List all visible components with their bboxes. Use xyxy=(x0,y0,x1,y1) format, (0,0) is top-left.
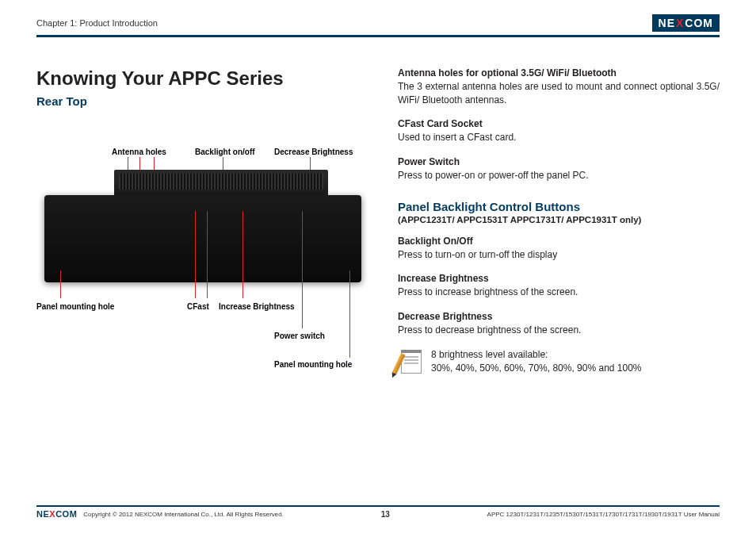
label-panel-mounting-hole: Panel mounting hole xyxy=(36,302,114,311)
label-cfast: CFast xyxy=(187,302,209,311)
header-divider xyxy=(36,35,720,37)
body-increase: Press to increase brightness of the scre… xyxy=(398,286,720,299)
body-power: Press to power-on or power-off the panel… xyxy=(398,169,720,182)
footer-logo: NEXCOM xyxy=(36,509,77,519)
body-antenna: The 3 external antenna holes are used to… xyxy=(398,80,720,108)
heading-decrease: Decrease Brightness xyxy=(398,311,720,322)
label-increase-brightness: Increase Brightness xyxy=(219,302,295,311)
note-line1: 8 brightness level available: xyxy=(431,348,642,362)
chapter-label: Chapter 1: Product Introduction xyxy=(36,18,158,28)
device-body xyxy=(44,195,361,282)
heading-backlight-onoff: Backlight On/Off xyxy=(398,236,720,247)
leader-line xyxy=(195,211,196,298)
manual-title: APPC 1230T/1231T/1235T/1530T/1531T/1730T… xyxy=(487,511,720,518)
note-block: 8 brightness level available: 30%, 40%, … xyxy=(398,348,720,377)
body-cfast: Used to insert a CFast card. xyxy=(398,131,720,144)
label-power-switch: Power switch xyxy=(274,332,325,340)
body-backlight-onoff: Press to turn-on or turn-off the display xyxy=(398,248,720,262)
device-heatsink xyxy=(119,174,323,190)
page-number: 13 xyxy=(381,510,390,519)
heading-increase: Increase Brightness xyxy=(398,273,720,284)
page-subtitle: Rear Top xyxy=(36,94,377,108)
heading-power: Power Switch xyxy=(398,156,720,167)
leader-line xyxy=(207,211,208,298)
footer-divider xyxy=(36,505,720,508)
label-antenna-holes: Antenna holes xyxy=(112,148,166,156)
leader-line xyxy=(302,211,303,328)
label-panel-mounting-hole: Panel mounting hole xyxy=(274,360,352,369)
label-backlight-onoff: Backlight on/off xyxy=(195,148,255,156)
heading-antenna: Antenna holes for optional 3.5G/ WiFi/ B… xyxy=(398,67,720,79)
leader-line xyxy=(349,270,350,358)
brand-logo: NEXCOM xyxy=(652,14,720,32)
label-decrease-brightness: Decrease Brightness xyxy=(274,148,353,156)
body-decrease: Press to decrease brightness of the scre… xyxy=(398,324,720,337)
page-title: Knowing Your APPC Series xyxy=(36,67,377,90)
leader-line xyxy=(242,211,243,298)
subnote-models: (APPC1231T/ APPC1531T APPC1731T/ APPC193… xyxy=(398,215,720,224)
heading-panel-backlight: Panel Backlight Control Buttons xyxy=(398,200,720,213)
heading-cfast: CFast Card Socket xyxy=(398,118,720,129)
copyright-text: Copyright © 2012 NEXCOM International Co… xyxy=(83,511,284,518)
note-icon xyxy=(398,348,423,377)
device-diagram: Antenna holes Backlight on/off Decrease … xyxy=(36,148,369,401)
leader-line xyxy=(60,270,61,298)
note-line2: 30%, 40%, 50%, 60%, 70%, 80%, 90% and 10… xyxy=(431,362,642,375)
